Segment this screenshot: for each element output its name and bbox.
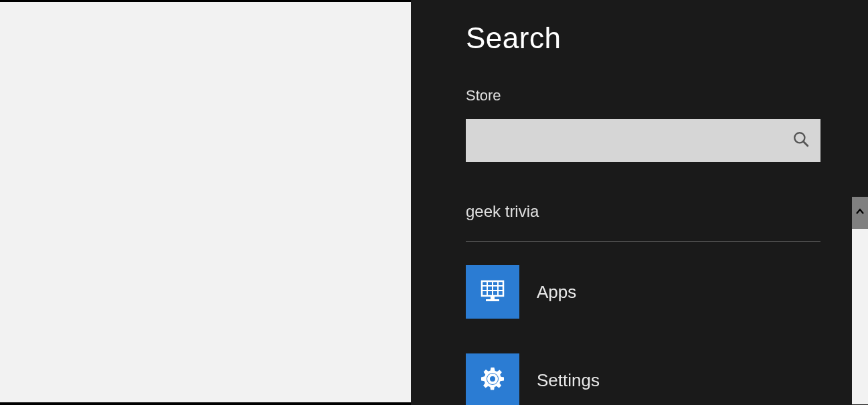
settings-icon [476, 363, 509, 398]
apps-tile [466, 265, 519, 319]
category-label: Apps [537, 282, 576, 303]
search-title: Search [466, 21, 841, 55]
category-apps[interactable]: Apps [466, 264, 841, 319]
search-scope-label: Store [466, 87, 841, 104]
svg-rect-8 [491, 296, 495, 299]
search-charm-panel: Search Store geek trivia [411, 0, 868, 405]
search-suggestion[interactable]: geek trivia [466, 202, 841, 221]
chevron-up-icon [855, 207, 865, 219]
search-submit-button[interactable] [782, 119, 820, 162]
settings-tile [466, 353, 519, 405]
apps-icon [476, 274, 509, 309]
search-box[interactable] [466, 119, 820, 162]
divider [466, 241, 820, 242]
search-input[interactable] [466, 119, 782, 162]
scroll-up-button[interactable] [852, 197, 868, 229]
category-label: Settings [537, 370, 600, 391]
scrollbar-track[interactable] [852, 197, 868, 404]
app-root: Search Store geek trivia [0, 0, 868, 405]
search-icon [792, 131, 810, 151]
content-area [0, 2, 411, 402]
category-settings[interactable]: Settings [466, 353, 841, 405]
svg-line-1 [803, 141, 808, 146]
svg-rect-9 [486, 299, 499, 301]
